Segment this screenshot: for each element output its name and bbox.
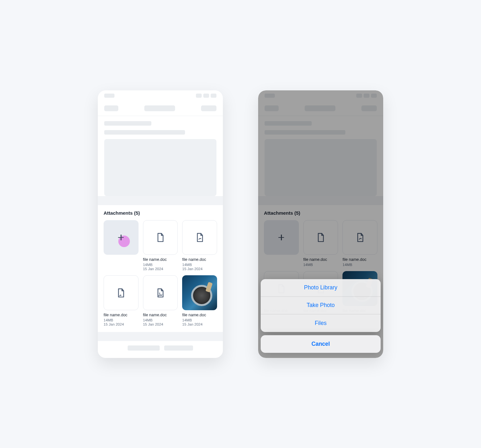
status-indicator [203, 94, 209, 98]
nav-right-placeholder [361, 105, 377, 111]
svg-point-0 [159, 293, 160, 294]
attachment-thumb[interactable] [143, 220, 178, 255]
attachment-name: file name.doc [143, 257, 178, 262]
status-indicator [371, 94, 377, 98]
skeleton-chip [164, 345, 193, 351]
attachment-tile[interactable]: file name.doc 14MB 15 Jan 2024 [143, 275, 178, 326]
content-skeleton [98, 116, 223, 196]
action-photo-library[interactable]: Photo Library [261, 279, 381, 297]
attachment-tile: file name.doc 14MB [342, 220, 377, 267]
attachments-title: Attachments (5) [264, 210, 377, 216]
document-icon [156, 233, 165, 242]
action-files[interactable]: Files [261, 314, 381, 332]
attachment-size: 14MB [104, 318, 139, 322]
status-bar [258, 90, 383, 101]
status-indicators [356, 94, 377, 98]
action-sheet: Photo Library Take Photo Files Cancel [261, 279, 381, 353]
document-icon [316, 233, 325, 242]
attachments-title: Attachments (5) [104, 210, 217, 216]
section-gap [98, 332, 223, 341]
section-gap [98, 196, 223, 205]
action-cancel-button[interactable]: Cancel [261, 335, 381, 353]
attachment-date: 15 Jan 2024 [143, 267, 178, 271]
attachment-name: file name.doc [182, 313, 217, 318]
phone-screen-action-sheet: Attachments (5) file name.doc 14MB [258, 90, 383, 358]
pdf-icon [356, 233, 364, 242]
nav-title-placeholder [305, 105, 335, 111]
skeleton-line [104, 121, 151, 126]
status-indicator [356, 94, 362, 98]
attachment-size: 14MB [182, 318, 217, 322]
annotated-doc-icon [117, 288, 125, 298]
attachment-size: 14MB [342, 263, 377, 267]
action-take-photo[interactable]: Take Photo [261, 297, 381, 314]
status-indicator [211, 94, 216, 98]
nav-title-placeholder [144, 105, 175, 111]
attachment-thumb[interactable] [182, 220, 217, 255]
skeleton-line [104, 130, 185, 135]
skeleton-box [265, 139, 377, 196]
attachments-grid: file name.doc 14MB 15 Jan 2024 file name… [104, 220, 217, 326]
plus-icon [278, 235, 284, 240]
status-time-placeholder [104, 94, 114, 98]
nav-left-placeholder [265, 105, 279, 111]
nav-bar [258, 101, 383, 116]
attachment-name: file name.doc [143, 313, 178, 318]
status-indicator [196, 94, 202, 98]
attachment-size: 14MB [303, 263, 338, 267]
image-file-icon [156, 288, 165, 298]
status-indicator [364, 94, 369, 98]
attachment-name: file name.doc [342, 257, 377, 262]
attachment-add-tile [264, 220, 299, 267]
nav-right-placeholder[interactable] [201, 105, 216, 111]
attachment-date: 15 Jan 2024 [182, 322, 217, 326]
attachment-thumb[interactable] [104, 275, 139, 310]
attachment-thumb [303, 220, 338, 255]
attachment-tile[interactable]: file name.doc 14MB 15 Jan 2024 [182, 275, 217, 326]
attachment-tile: file name.doc 14MB [303, 220, 338, 267]
bottom-strip [98, 341, 223, 355]
attachment-date: 15 Jan 2024 [182, 267, 217, 271]
attachment-name: file name.doc [303, 257, 338, 262]
status-bar [98, 90, 223, 101]
nav-left-placeholder[interactable] [104, 105, 118, 111]
attachment-date: 15 Jan 2024 [104, 322, 139, 326]
action-sheet-options: Photo Library Take Photo Files [261, 279, 381, 332]
pdf-icon [196, 233, 204, 242]
attachment-size: 14MB [182, 263, 217, 267]
status-time-placeholder [265, 94, 275, 98]
attachment-size: 14MB [143, 263, 178, 267]
attachment-thumb[interactable] [143, 275, 178, 310]
add-attachment-button [264, 220, 299, 255]
attachment-add-tile[interactable] [104, 220, 139, 271]
add-attachment-button[interactable] [104, 220, 139, 255]
section-gap [258, 196, 383, 205]
skeleton-chip [128, 345, 160, 351]
phone-screen-attachments: Attachments (5) file name.doc 14MB 15 Ja… [98, 90, 223, 358]
skeleton-line [265, 121, 312, 126]
attachment-tile[interactable]: file name.doc 14MB 15 Jan 2024 [143, 220, 178, 271]
plus-icon [118, 235, 124, 240]
attachment-thumb [342, 220, 377, 255]
attachment-name: file name.doc [104, 313, 139, 318]
attachment-size: 14MB [143, 318, 178, 322]
attachment-tile[interactable]: file name.doc 14MB 15 Jan 2024 [182, 220, 217, 271]
attachments-section: Attachments (5) file name.doc 14MB 15 Ja… [98, 205, 223, 332]
content-skeleton [258, 116, 383, 196]
nav-bar [98, 101, 223, 116]
skeleton-line [265, 130, 345, 135]
attachment-date: 15 Jan 2024 [143, 322, 178, 326]
attachment-photo-thumb[interactable] [182, 275, 217, 310]
attachment-name: file name.doc [182, 257, 217, 262]
skeleton-box [104, 139, 216, 196]
status-indicators [196, 94, 216, 98]
attachment-tile[interactable]: file name.doc 14MB 15 Jan 2024 [104, 275, 139, 326]
